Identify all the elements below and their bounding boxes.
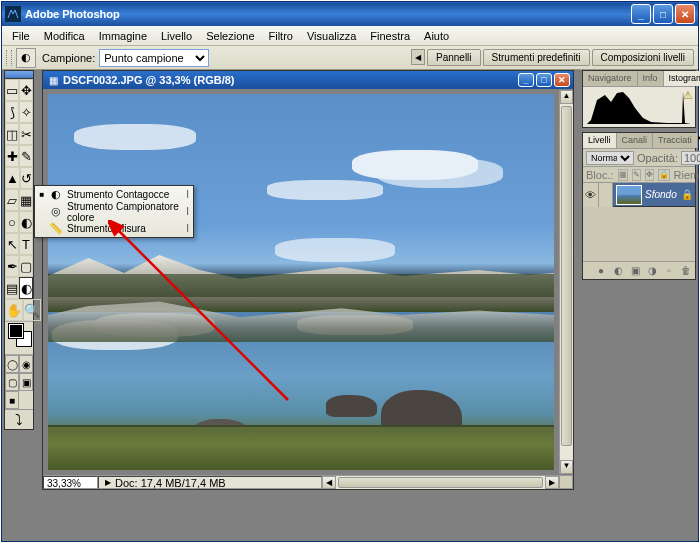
minimize-button[interactable]: _: [631, 4, 651, 24]
eyedropper-icon: ◐: [49, 188, 63, 202]
document-canvas[interactable]: [44, 90, 558, 474]
doc-maximize-button[interactable]: □: [536, 73, 552, 87]
tool-history-brush[interactable]: ↺: [20, 167, 33, 189]
lock-position-icon[interactable]: ✥: [645, 169, 654, 181]
histogram-panel: Navigatore Info Istogramma ▸ ⚠: [582, 70, 696, 128]
layer-adjust-button[interactable]: ◑: [645, 264, 659, 278]
options-grip-icon[interactable]: [6, 50, 12, 66]
tool-wand[interactable]: ✧: [19, 101, 33, 123]
layer-mask-button[interactable]: ◐: [611, 264, 625, 278]
layer-name[interactable]: Sfondo: [645, 189, 681, 200]
document-info[interactable]: ▶Doc: 17,4 MB/17,4 MB: [98, 476, 322, 489]
document-window: ▦ DSCF0032.JPG @ 33,3% (RGB/8) _ □ ✕: [42, 70, 574, 490]
tool-zoom[interactable]: 🔍: [23, 299, 41, 321]
menu-select[interactable]: Selezione: [200, 28, 260, 44]
tool-stamp[interactable]: ▲: [5, 167, 20, 189]
menu-layer[interactable]: Livello: [155, 28, 198, 44]
scroll-right-button[interactable]: ▶: [545, 476, 559, 489]
menu-file[interactable]: File: [6, 28, 36, 44]
lock-paint-icon[interactable]: ✎: [632, 169, 641, 181]
tab-info[interactable]: Info: [638, 71, 664, 86]
layers-panel: Livelli Canali Tracciati ▸ Normale Opaci…: [582, 132, 696, 280]
color-swatches[interactable]: [5, 322, 33, 354]
tab-navigator[interactable]: Navigatore: [583, 71, 638, 86]
tool-move[interactable]: ✥: [19, 79, 33, 101]
scroll-up-button[interactable]: ▲: [560, 90, 573, 104]
palette-tab-brushes[interactable]: Pannelli: [427, 49, 481, 66]
layer-row[interactable]: 👁 Sfondo 🔒: [583, 183, 695, 207]
tool-gradient[interactable]: ▦: [19, 189, 33, 211]
histogram-warning-icon[interactable]: ⚠: [683, 89, 693, 102]
layer-visibility-icon[interactable]: 👁: [583, 183, 599, 207]
layer-link-cell[interactable]: [599, 183, 613, 207]
sample-label: Campione:: [42, 52, 95, 64]
menu-image[interactable]: Immagine: [93, 28, 153, 44]
tool-notes[interactable]: ▤: [5, 277, 19, 299]
scroll-left-button[interactable]: ◀: [322, 476, 336, 489]
current-tool-icon[interactable]: ◐: [16, 48, 36, 68]
flyout-measure[interactable]: 📏 Strumento Misura I: [35, 220, 193, 237]
document-titlebar[interactable]: ▦ DSCF0032.JPG @ 33,3% (RGB/8) _ □ ✕: [43, 71, 573, 89]
palette-tab-layercomps[interactable]: Composizioni livelli: [592, 49, 694, 66]
jump-to-imageready[interactable]: ⤵: [5, 409, 33, 429]
layer-thumbnail[interactable]: [616, 185, 642, 205]
tab-layers[interactable]: Livelli: [583, 133, 617, 148]
screen-standard[interactable]: ▢: [5, 373, 19, 391]
flyout-color-sampler[interactable]: ◎ Strumento Campionatore colore I: [35, 203, 193, 220]
tab-histogram[interactable]: Istogramma: [664, 71, 700, 86]
tool-blur[interactable]: ○: [5, 211, 19, 233]
menu-filter[interactable]: Filtro: [263, 28, 299, 44]
blend-mode-select[interactable]: Normale: [586, 151, 634, 165]
close-button[interactable]: ✕: [675, 4, 695, 24]
tab-paths[interactable]: Tracciati: [653, 133, 698, 148]
layer-new-button[interactable]: ▫: [662, 264, 676, 278]
fill-label: Riemp:: [674, 169, 700, 181]
h-scroll-thumb[interactable]: [338, 477, 544, 488]
menu-view[interactable]: Visualizza: [301, 28, 362, 44]
tab-channels[interactable]: Canali: [617, 133, 654, 148]
palette-well-left-arrow[interactable]: ◀: [411, 49, 425, 65]
menu-window[interactable]: Finestra: [364, 28, 416, 44]
layer-delete-button[interactable]: 🗑: [679, 264, 693, 278]
foreground-color-swatch[interactable]: [9, 324, 23, 338]
edit-standard-mode[interactable]: ◯: [5, 355, 19, 373]
tool-shape[interactable]: ▢: [19, 255, 33, 277]
lock-all-icon[interactable]: 🔒: [658, 169, 670, 181]
tool-lasso[interactable]: ⟆: [5, 101, 19, 123]
edit-quickmask-mode[interactable]: ◉: [19, 355, 33, 373]
zoom-field[interactable]: 33,33%: [43, 476, 98, 489]
tool-type[interactable]: T: [19, 233, 33, 255]
tool-dodge[interactable]: ◐: [19, 211, 33, 233]
color-sampler-icon: ◎: [49, 205, 63, 219]
tool-hand[interactable]: ✋: [5, 299, 23, 321]
sample-select[interactable]: Punto campione: [99, 49, 209, 67]
opacity-value[interactable]: 100%: [681, 151, 700, 165]
layer-fx-button[interactable]: ●: [594, 264, 608, 278]
tool-crop[interactable]: ◫: [5, 123, 19, 145]
doc-close-button[interactable]: ✕: [554, 73, 570, 87]
tool-heal[interactable]: ✚: [5, 145, 19, 167]
h-scroll-track[interactable]: [336, 476, 546, 489]
screen-full[interactable]: ■: [5, 391, 19, 409]
tool-eyedropper[interactable]: ◐: [19, 277, 33, 299]
tool-eraser[interactable]: ▱: [5, 189, 19, 211]
lock-transparency-icon[interactable]: ▦: [618, 169, 628, 181]
tool-pen[interactable]: ✒: [5, 255, 19, 277]
palette-tab-presets[interactable]: Strumenti predefiniti: [483, 49, 590, 66]
tool-brush[interactable]: ✎: [19, 145, 33, 167]
tool-slice[interactable]: ✂: [19, 123, 33, 145]
tool-marquee[interactable]: ▭: [5, 79, 19, 101]
toolbox-header[interactable]: [5, 71, 33, 79]
scroll-down-button[interactable]: ▼: [560, 460, 573, 474]
menu-edit[interactable]: Modifica: [38, 28, 91, 44]
screen-full-menu[interactable]: ▣: [19, 373, 33, 391]
maximize-button[interactable]: □: [653, 4, 673, 24]
info-arrow-icon[interactable]: ▶: [105, 478, 111, 487]
menu-help[interactable]: Aiuto: [418, 28, 455, 44]
tool-path[interactable]: ↖: [5, 233, 19, 255]
vertical-scrollbar[interactable]: ▲ ▼: [559, 90, 573, 474]
doc-minimize-button[interactable]: _: [518, 73, 534, 87]
v-scroll-thumb[interactable]: [561, 106, 572, 446]
resize-grip[interactable]: [559, 475, 573, 489]
layer-set-button[interactable]: ▣: [628, 264, 642, 278]
